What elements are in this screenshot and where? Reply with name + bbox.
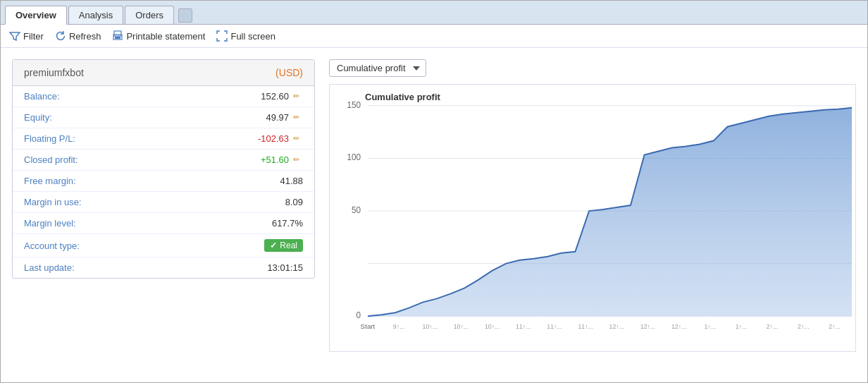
margin-level-label: Margin level:	[24, 218, 76, 229]
floating-pl-value: -102.63 ✏	[258, 133, 303, 144]
closed-profit-edit-icon[interactable]: ✏	[293, 155, 303, 165]
floating-pl-row: Floating P/L: -102.63 ✏	[13, 128, 314, 150]
svg-text:12↑...: 12↑...	[609, 323, 625, 330]
tab-overview[interactable]: Overview	[5, 6, 67, 25]
chart-controls: Cumulative profit Daily profit Monthly p…	[329, 59, 856, 77]
free-margin-label: Free margin:	[24, 176, 76, 186]
tab-extra-button[interactable]	[178, 8, 192, 23]
tab-analysis[interactable]: Analysis	[68, 6, 123, 24]
refresh-icon	[55, 30, 66, 42]
svg-text:2↑...: 2↑...	[767, 323, 779, 330]
svg-text:50: 50	[352, 205, 361, 215]
stats-panel: premiumfxbot (USD) Balance: 152.60 ✏ Equ…	[12, 59, 315, 279]
svg-text:12↑...: 12↑...	[640, 323, 656, 330]
chart-container: Cumulative profit 150 100 50 0	[329, 84, 856, 352]
last-update-row: Last update: 13:01:15	[13, 257, 314, 278]
currency-label: (USD)	[275, 67, 303, 78]
equity-label: Equity:	[24, 112, 52, 123]
equity-value: 49.97 ✏	[266, 112, 303, 123]
balance-edit-icon[interactable]: ✏	[293, 92, 303, 102]
margin-in-use-label: Margin in use:	[24, 197, 82, 207]
free-margin-value: 41.88	[280, 176, 303, 186]
svg-text:100: 100	[347, 152, 361, 162]
floating-pl-label: Floating P/L:	[24, 133, 75, 144]
svg-text:2↑...: 2↑...	[798, 323, 810, 330]
account-name: premiumfxbot	[24, 67, 84, 78]
account-type-value: Real	[264, 239, 303, 252]
printable-button[interactable]: Printable statement	[112, 30, 205, 42]
chart-type-dropdown[interactable]: Cumulative profit Daily profit Monthly p…	[329, 59, 426, 77]
margin-in-use-row: Margin in use: 8.09	[13, 192, 314, 213]
balance-value: 152.60 ✏	[261, 91, 303, 102]
svg-text:10↑...: 10↑...	[485, 323, 500, 330]
svg-text:0: 0	[356, 310, 361, 320]
filter-icon	[9, 30, 20, 42]
closed-profit-label: Closed profit:	[24, 154, 78, 165]
equity-row: Equity: 49.97 ✏	[13, 107, 314, 128]
svg-text:10↑...: 10↑...	[423, 323, 438, 330]
tab-bar: Overview Analysis Orders	[1, 1, 867, 25]
free-margin-row: Free margin: 41.88	[13, 171, 314, 192]
filter-button[interactable]: Filter	[9, 30, 44, 42]
svg-text:1↑...: 1↑...	[736, 323, 748, 330]
floating-pl-edit-icon[interactable]: ✏	[293, 134, 303, 144]
chart-svg: 150 100 50 0	[330, 85, 855, 351]
svg-text:10↑...: 10↑...	[454, 323, 469, 330]
margin-level-row: Margin level: 617.7%	[13, 213, 314, 234]
account-type-row: Account type: Real	[13, 234, 314, 257]
margin-level-value: 617.7%	[272, 218, 303, 229]
refresh-button[interactable]: Refresh	[55, 30, 101, 42]
svg-text:11↑...: 11↑...	[547, 323, 562, 330]
stats-header: premiumfxbot (USD)	[13, 60, 314, 86]
closed-profit-value: +51.60 ✏	[261, 154, 303, 165]
svg-text:11↑...: 11↑...	[578, 323, 593, 330]
svg-text:12↑...: 12↑...	[671, 323, 687, 330]
toolbar: Filter Refresh Printable statement	[1, 25, 867, 48]
balance-label: Balance:	[24, 91, 60, 102]
print-icon	[112, 30, 123, 42]
equity-edit-icon[interactable]: ✏	[293, 113, 303, 123]
last-update-value: 13:01:15	[267, 262, 303, 273]
margin-in-use-value: 8.09	[285, 197, 303, 207]
account-type-label: Account type:	[24, 241, 80, 251]
balance-row: Balance: 152.60 ✏	[13, 86, 314, 107]
svg-text:150: 150	[347, 100, 361, 110]
fullscreen-icon	[216, 30, 228, 42]
svg-rect-2	[115, 37, 120, 39]
svg-rect-0	[114, 31, 121, 36]
last-update-label: Last update:	[24, 262, 75, 273]
svg-text:9↑...: 9↑...	[393, 323, 405, 330]
tab-orders[interactable]: Orders	[125, 6, 174, 24]
fullscreen-button[interactable]: Full screen	[216, 30, 275, 42]
svg-text:Start: Start	[361, 322, 376, 330]
real-badge: Real	[264, 239, 303, 252]
main-content: premiumfxbot (USD) Balance: 152.60 ✏ Equ…	[1, 48, 867, 363]
chart-panel: Cumulative profit Daily profit Monthly p…	[329, 59, 856, 352]
svg-text:11↑...: 11↑...	[516, 323, 531, 330]
svg-text:1↑...: 1↑...	[705, 323, 717, 330]
closed-profit-row: Closed profit: +51.60 ✏	[13, 150, 314, 171]
svg-text:2↑...: 2↑...	[829, 323, 841, 330]
